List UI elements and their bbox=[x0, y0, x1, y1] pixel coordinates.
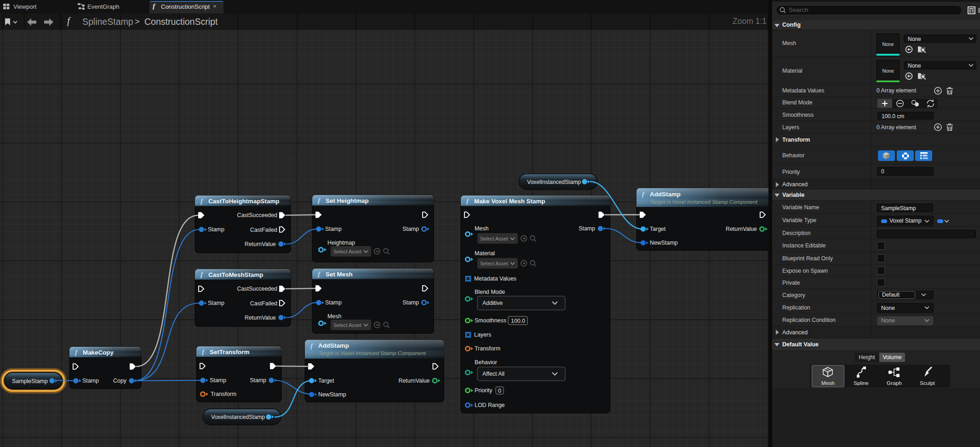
svg-text:LOD Range: LOD Range bbox=[475, 402, 505, 408]
svg-text:Set Mesh: Set Mesh bbox=[326, 271, 353, 278]
svg-text:Stamp: Stamp bbox=[208, 300, 224, 306]
svg-text:Transform: Transform bbox=[475, 345, 500, 352]
svg-text:Stamp: Stamp bbox=[250, 377, 266, 384]
svg-text:Priority: Priority bbox=[475, 387, 493, 394]
svg-text:Target is Voxel Instanced Stam: Target is Voxel Instanced Stamp Componen… bbox=[650, 199, 758, 205]
svg-text:100.0: 100.0 bbox=[511, 318, 525, 324]
svg-text:Stamp: Stamp bbox=[325, 299, 342, 306]
svg-text:CastSucceeded: CastSucceeded bbox=[237, 212, 278, 218]
svg-text:NewStamp: NewStamp bbox=[318, 391, 346, 398]
svg-text:Stamp: Stamp bbox=[325, 226, 342, 232]
svg-text:Additive: Additive bbox=[482, 300, 503, 306]
svg-text:Blend Mode: Blend Mode bbox=[475, 289, 505, 295]
svg-text:Stamp: Stamp bbox=[402, 299, 419, 306]
svg-text:Select Asset: Select Asset bbox=[333, 249, 361, 254]
svg-text:VoxelInstancedStamp: VoxelInstancedStamp bbox=[527, 179, 581, 185]
svg-text:Make Voxel Mesh Stamp: Make Voxel Mesh Stamp bbox=[474, 198, 545, 205]
svg-text:Mesh: Mesh bbox=[475, 225, 488, 232]
svg-text:Material: Material bbox=[475, 250, 495, 257]
svg-text:ReturnValue: ReturnValue bbox=[399, 378, 430, 384]
svg-text:Target is Voxel Instanced Stam: Target is Voxel Instanced Stamp Componen… bbox=[319, 350, 426, 356]
svg-text:0: 0 bbox=[498, 388, 501, 394]
svg-text:Select Asset: Select Asset bbox=[480, 236, 508, 241]
svg-text:Select Asset: Select Asset bbox=[333, 322, 361, 328]
svg-text:Stamp: Stamp bbox=[208, 226, 224, 233]
svg-text:MakeCopy: MakeCopy bbox=[83, 349, 114, 356]
svg-text:SetTransform: SetTransform bbox=[210, 349, 249, 355]
svg-text:CastFailed: CastFailed bbox=[250, 300, 277, 307]
svg-text:ReturnValue: ReturnValue bbox=[245, 315, 276, 321]
svg-text:AddStamp: AddStamp bbox=[318, 342, 349, 349]
svg-text:ReturnValue: ReturnValue bbox=[245, 241, 276, 247]
svg-text:Copy: Copy bbox=[113, 378, 127, 384]
svg-text:ReturnValue: ReturnValue bbox=[726, 226, 757, 232]
svg-text:Target: Target bbox=[318, 378, 334, 384]
svg-text:CastSucceeded: CastSucceeded bbox=[237, 286, 278, 292]
svg-text:Heightmap: Heightmap bbox=[327, 240, 355, 246]
svg-text:Layers: Layers bbox=[474, 332, 491, 338]
svg-text:Mesh: Mesh bbox=[327, 313, 341, 320]
svg-text:Behavior: Behavior bbox=[475, 359, 497, 366]
svg-text:Stamp: Stamp bbox=[402, 226, 419, 232]
svg-text:CastToHeightmapStamp: CastToHeightmapStamp bbox=[208, 198, 280, 205]
svg-text:CastToMeshStamp: CastToMeshStamp bbox=[208, 271, 264, 278]
svg-text:Affect All: Affect All bbox=[482, 371, 504, 377]
svg-text:SampleStamp: SampleStamp bbox=[12, 378, 48, 384]
svg-text:VoxelInstancedStamp: VoxelInstancedStamp bbox=[211, 414, 265, 420]
svg-text:Stamp: Stamp bbox=[210, 377, 226, 384]
svg-text:Target: Target bbox=[650, 226, 666, 232]
svg-text:Set Heightmap: Set Heightmap bbox=[326, 197, 369, 204]
svg-text:Transform: Transform bbox=[211, 391, 236, 397]
svg-text:AddStamp: AddStamp bbox=[650, 191, 681, 198]
svg-text:CastFailed: CastFailed bbox=[250, 227, 277, 233]
svg-text:Stamp: Stamp bbox=[82, 378, 99, 384]
svg-text:Smoothness: Smoothness bbox=[475, 317, 506, 324]
svg-text:Select Asset: Select Asset bbox=[480, 261, 508, 266]
svg-text:NewStamp: NewStamp bbox=[650, 240, 678, 246]
svg-text:Stamp: Stamp bbox=[579, 225, 595, 232]
svg-text:Metadata Values: Metadata Values bbox=[474, 275, 516, 282]
